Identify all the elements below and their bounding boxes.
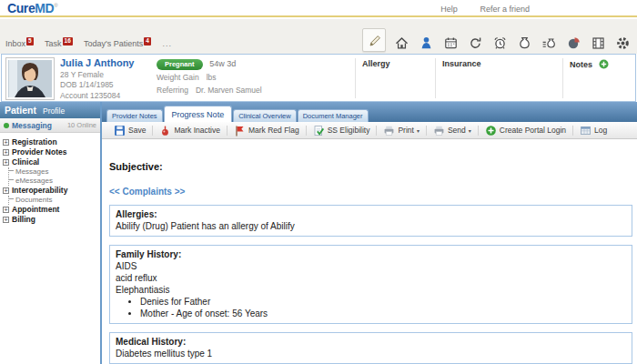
collections-money-icon[interactable] [540, 34, 558, 52]
family-history-line: AIDS [116, 260, 626, 272]
nav-task[interactable]: Task16 [45, 39, 73, 48]
nav-inbox[interactable]: Inbox5 [5, 39, 34, 48]
alarm-clock-icon[interactable] [490, 34, 509, 52]
save-button[interactable]: Save [107, 122, 152, 138]
insurance-column-label: Insurance [442, 59, 481, 68]
pen-icon[interactable] [362, 28, 386, 52]
allergies-section[interactable]: Allergies: Abilify (Drug) Patient has an… [109, 205, 632, 237]
family-history-line: acid reflux [116, 272, 626, 284]
banner-divider [562, 58, 563, 98]
nav-more-button[interactable]: ... [163, 39, 173, 48]
family-history-bullet: Denies for Father [140, 296, 626, 308]
sidebar-item-label: Interoperability [12, 186, 67, 195]
help-link[interactable]: Help [440, 5, 458, 14]
note-toolbar: Save Mark Inactive Mark Red Flag SS Elig… [102, 122, 637, 139]
print-button[interactable]: Print ▾ [377, 122, 426, 138]
media-film-icon[interactable] [589, 34, 607, 52]
family-history-title: Family History: [116, 248, 626, 260]
tab-bar: Provider Notes Progress Note Clinical Ov… [102, 102, 637, 122]
save-label: Save [128, 126, 146, 135]
sidebar-item-label: Provider Notes [12, 147, 66, 157]
medical-history-line: Diabetes mellitus type 1 [116, 348, 626, 359]
sidebar-item-clinical[interactable]: +Clinical [3, 157, 98, 167]
add-note-icon[interactable] [599, 59, 609, 69]
log-button[interactable]: Log [573, 122, 613, 138]
referring-provider: Dr. Marven Samuel [196, 86, 262, 95]
scheduler-calendar-icon[interactable] [441, 34, 460, 52]
sidebar-item-interoperability[interactable]: +Interoperability [3, 186, 98, 196]
header-links: Help Refer a friend [420, 4, 530, 14]
refer-a-friend-link[interactable]: Refer a friend [480, 5, 530, 14]
sidebar-item-provider-notes[interactable]: +Provider Notes [3, 147, 98, 157]
patient-account: Account 1235084 [60, 91, 135, 100]
expand-icon[interactable]: + [3, 217, 9, 223]
interoperability-children: Documents [8, 196, 98, 205]
medical-history-section[interactable]: Medical History: Diabetes mellitus type … [109, 332, 632, 364]
nav-todays-patients[interactable]: Today's Patients4 [84, 39, 151, 48]
patient-banner: Julia J Anthony 28 Y Female DOB 1/14/198… [1, 54, 636, 102]
logo-trademark: ® [54, 3, 57, 8]
patient-icon[interactable] [417, 34, 435, 52]
inbox-count-badge: 5 [26, 37, 34, 46]
logo-text-cure: Cure [7, 1, 35, 15]
ss-eligibility-label: SS Eligibility [328, 126, 370, 135]
send-button[interactable]: Send ▾ [427, 122, 478, 138]
messaging-row[interactable]: Messaging 10 Online [0, 118, 100, 133]
sidebar-item-label: Clinical [12, 157, 39, 167]
tab-document-manager[interactable]: Document Manager [298, 109, 369, 122]
tab-clinical-overview[interactable]: Clinical Overview [233, 109, 297, 122]
weight-unit: lbs [207, 73, 217, 82]
pregnant-badge: Pregnant [157, 59, 203, 70]
expand-icon[interactable]: + [3, 139, 9, 146]
sidebar-item-emessages[interactable]: eMessages [9, 177, 98, 186]
weight-gain-label: Weight Gain [157, 73, 199, 82]
sidebar-item-registration[interactable]: +Registration [3, 137, 98, 147]
home-icon[interactable] [392, 34, 410, 52]
expand-icon[interactable]: + [3, 207, 9, 213]
mark-red-flag-label: Mark Red Flag [248, 126, 299, 135]
referring-label: Referring [157, 86, 188, 95]
curemd-logo[interactable]: CureMD® [7, 1, 57, 15]
settings-gear-icon[interactable] [613, 34, 632, 52]
complaints-link[interactable]: << Complaints >> [109, 187, 632, 197]
mark-red-flag-button[interactable]: Mark Red Flag [228, 122, 306, 138]
family-history-section[interactable]: Family History: AIDS acid reflux Elephan… [109, 245, 632, 324]
banner-divider [435, 58, 436, 98]
allergies-title: Allergies: [116, 208, 626, 220]
clinical-children: Messages eMessages [8, 167, 98, 186]
reports-pie-chart-icon[interactable] [564, 34, 582, 52]
log-label: Log [594, 126, 607, 135]
sidebar-item-label: Appointment [12, 205, 59, 214]
create-portal-login-button[interactable]: Create Portal Login [479, 122, 572, 138]
sidebar-header: PatientProfile [0, 102, 100, 118]
patient-sidebar: PatientProfile Messaging 10 Online +Regi… [0, 102, 100, 364]
medical-history-title: Medical History: [116, 336, 626, 348]
patient-dob: DOB 1/14/1985 [60, 80, 135, 89]
sidebar-item-messages[interactable]: Messages [9, 167, 98, 177]
billing-money-bag-icon[interactable] [515, 34, 533, 52]
expand-icon[interactable]: + [3, 187, 9, 194]
todays-patients-count-badge: 4 [144, 37, 151, 46]
sidebar-item-appointment[interactable]: +Appointment [3, 205, 98, 215]
expand-icon[interactable]: + [3, 159, 9, 166]
history-icon[interactable] [466, 34, 484, 52]
inactive-pin-icon [159, 125, 171, 136]
portal-plus-icon [485, 125, 497, 136]
allergy-column-label: Allergy [362, 59, 390, 68]
patient-name[interactable]: Julia J Anthony [60, 57, 135, 68]
tab-provider-notes[interactable]: Provider Notes [106, 109, 163, 122]
patient-photo[interactable] [5, 57, 55, 100]
profile-link[interactable]: Profile [43, 106, 65, 116]
sidebar-item-documents[interactable]: Documents [9, 196, 98, 205]
patient-status: Pregnant 54w 3d Weight Gainlbs Referring… [157, 58, 262, 95]
tab-progress-note[interactable]: Progress Note [164, 106, 233, 122]
print-dropdown-caret-icon[interactable]: ▾ [417, 127, 420, 134]
mark-inactive-button[interactable]: Mark Inactive [153, 122, 227, 138]
send-printer-icon [433, 125, 445, 136]
expand-icon[interactable]: + [3, 149, 9, 156]
messaging-label: Messaging [12, 121, 67, 130]
notes-column: Notes [570, 59, 609, 69]
send-dropdown-caret-icon[interactable]: ▾ [469, 127, 471, 134]
ss-eligibility-button[interactable]: SS Eligibility [307, 122, 377, 138]
sidebar-item-billing[interactable]: +Billing [3, 215, 98, 225]
